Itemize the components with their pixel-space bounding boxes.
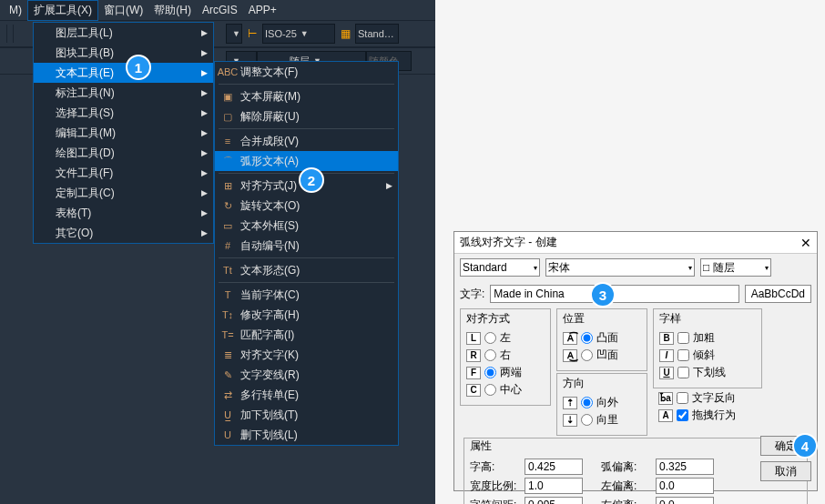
mi-unmask[interactable]: ▢解除屏蔽(U): [215, 106, 398, 126]
input-rightoff[interactable]: [656, 497, 714, 504]
chk-italic[interactable]: I倾斜: [659, 348, 756, 363]
badge-1: 1: [126, 55, 151, 80]
mi-height[interactable]: T↕修改字高(H): [215, 305, 398, 325]
style-group: 字样 B加粗 I倾斜 U下划线: [653, 308, 762, 388]
menu-edit-tools[interactable]: 编辑工具(M)▶: [34, 123, 213, 143]
menu-dim-tools[interactable]: 标注工具(N)▶: [34, 83, 213, 103]
combo-layer[interactable]: □ 随层▾: [700, 258, 771, 277]
badge-2: 2: [299, 167, 324, 193]
menu-arcgis[interactable]: ArcGIS: [197, 2, 243, 18]
input-leftoff[interactable]: [656, 478, 714, 494]
input-spacing[interactable]: [525, 497, 583, 504]
menu-other[interactable]: 其它(O)▶: [34, 223, 213, 243]
sample-text: AaBbCcDd: [745, 285, 811, 303]
menu-table[interactable]: 表格(T)▶: [34, 203, 213, 223]
dir-out[interactable]: ⇡向外: [563, 395, 641, 410]
combo-style[interactable]: Standard▾: [460, 258, 540, 277]
menu-app[interactable]: APP+: [243, 2, 282, 18]
mi-delul[interactable]: U删下划线(L): [215, 425, 398, 445]
mi-adjust-text[interactable]: ABC调整文本(F): [215, 62, 398, 82]
pos-convex[interactable]: A͡凸面: [563, 330, 641, 346]
props-group: 属性 字高: 弧偏离: 宽度比例: 左偏离: 字符间距: 右偏离:: [463, 438, 808, 504]
align-center[interactable]: C中心: [466, 382, 545, 398]
mi-mask-text[interactable]: ▣文本屏蔽(M): [215, 86, 398, 106]
mi-frame[interactable]: ▭文本外框(S): [215, 216, 398, 236]
menu-layer-tools[interactable]: 图层工具(L)▶: [34, 23, 213, 43]
chk-drag[interactable]: A拖拽行为: [658, 408, 762, 423]
direction-group: 方向 ⇡向外 ⇣向里: [556, 373, 647, 436]
input-arcoff[interactable]: [656, 459, 714, 475]
menu-text-tools[interactable]: 文本工具(E)▶: [34, 63, 213, 83]
menu-ext[interactable]: 扩展工具(X): [27, 0, 98, 21]
mi-aligntxt[interactable]: ≣对齐文字(K): [215, 345, 398, 365]
menu-select-tools[interactable]: 选择工具(S)▶: [34, 103, 213, 123]
cancel-button[interactable]: 取消: [760, 461, 811, 481]
chk-bold[interactable]: B加粗: [659, 330, 756, 346]
mi-curfont[interactable]: T当前字体(C): [215, 285, 398, 305]
combo-empty1[interactable]: ▼: [226, 24, 242, 44]
combo-txtstyle[interactable]: Stand…: [355, 24, 399, 44]
text-label: 文字:: [460, 287, 484, 302]
mi-rotate[interactable]: ↻旋转文本(O): [215, 196, 398, 216]
menu-help[interactable]: 帮助(H): [148, 1, 197, 20]
submenu-ext: 图层工具(L)▶ 图块工具(B)▶ 文本工具(E)▶ 标注工具(N)▶ 选择工具…: [33, 22, 214, 244]
mi-m2s[interactable]: ⇄多行转单(E): [215, 385, 398, 405]
mi-txt2line[interactable]: ✎文字变线(R): [215, 365, 398, 385]
position-group: 位置 A͡凸面 A͜凹面: [556, 308, 647, 371]
menubar: M) 扩展工具(X) 窗口(W) 帮助(H) ArcGIS APP+: [0, 0, 435, 20]
combo-font[interactable]: 宋体▾: [545, 258, 695, 277]
pos-concave[interactable]: A͜凹面: [563, 348, 641, 363]
input-width[interactable]: [525, 478, 583, 494]
menu-custom-tools[interactable]: 定制工具(C)▶: [34, 183, 213, 203]
align-group: 对齐方式 L左 R右 F两端 C中心: [460, 308, 551, 406]
chk-under[interactable]: U下划线: [659, 365, 756, 380]
dialog-title: 弧线对齐文字 - 创建: [460, 235, 557, 250]
table-icon[interactable]: ▦: [337, 25, 353, 42]
mi-addul[interactable]: U̲加下划线(T): [215, 405, 398, 425]
align-left[interactable]: L左: [466, 330, 545, 346]
menu-win[interactable]: 窗口(W): [98, 1, 148, 20]
close-icon[interactable]: ✕: [800, 236, 811, 250]
align-right[interactable]: R右: [466, 348, 545, 363]
mi-matchh[interactable]: T=匹配字高(I): [215, 325, 398, 345]
submenu-text: ABC调整文本(F) ▣文本屏蔽(M) ▢解除屏蔽(U) ≡合并成段(V) ⌒弧…: [214, 61, 399, 446]
input-height[interactable]: [525, 459, 583, 475]
menu-m[interactable]: M): [4, 2, 27, 18]
dir-in[interactable]: ⇣向里: [563, 412, 641, 428]
dim-icon[interactable]: ⊢: [244, 25, 260, 42]
align-fit[interactable]: F两端: [466, 365, 545, 380]
menu-block-tools[interactable]: 图块工具(B)▶: [34, 43, 213, 63]
combo-dimstyle[interactable]: ISO-25▼: [262, 24, 335, 44]
menu-file-tools[interactable]: 文件工具(F)▶: [34, 163, 213, 183]
dialog-titlebar: 弧线对齐文字 - 创建 ✕: [454, 232, 817, 254]
menu-draw-tools[interactable]: 绘图工具(D)▶: [34, 143, 213, 163]
badge-4: 4: [792, 433, 818, 459]
mi-merge-para[interactable]: ≡合并成段(V): [215, 131, 398, 151]
mi-shape[interactable]: Tt文本形态(G): [215, 260, 398, 280]
chk-reverse[interactable]: b̄a文字反向: [658, 390, 762, 406]
badge-3: 3: [590, 282, 616, 307]
arc-text-dialog: 弧线对齐文字 - 创建 ✕ Standard▾ 宋体▾ □ 随层▾ 文字: Aa…: [453, 231, 818, 491]
mi-autonum[interactable]: #自动编号(N): [215, 236, 398, 256]
